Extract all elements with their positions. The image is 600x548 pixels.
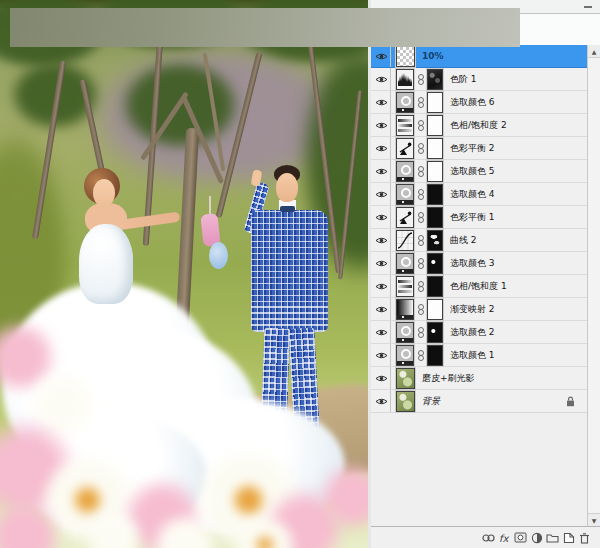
layer-row[interactable]: 选取颜色 1 [371, 344, 587, 367]
layer-mask-thumbnail[interactable] [427, 161, 443, 182]
levels-adjustment-icon[interactable] [396, 69, 414, 90]
slider-decor [397, 177, 413, 181]
layer-row[interactable]: 选取颜色 3 [371, 252, 587, 275]
decor [380, 353, 383, 356]
add-layer-mask-icon[interactable] [514, 531, 527, 545]
hue-saturation-adjustment-icon[interactable] [396, 276, 414, 297]
layer-mask-thumbnail[interactable] [427, 345, 443, 366]
layer-mask-thumbnail[interactable] [427, 230, 443, 251]
layer-mask-thumbnail[interactable] [427, 92, 443, 113]
selective-color-adjustment-icon[interactable] [396, 253, 414, 274]
visibility-eye-icon[interactable] [373, 229, 391, 251]
decor [418, 102, 424, 108]
layer-row[interactable]: 渐变映射 2 [371, 298, 587, 321]
layer-mask-thumbnail[interactable] [427, 253, 443, 274]
layer-row[interactable]: 选取颜色 6 [371, 91, 587, 114]
visibility-eye-icon[interactable] [373, 298, 391, 320]
decor [408, 211, 412, 215]
layer-row[interactable]: 色彩平衡 1 [371, 206, 587, 229]
decor [375, 374, 388, 383]
decor [375, 75, 388, 84]
visibility-eye-icon[interactable] [373, 68, 391, 90]
layer-mask-thumbnail[interactable] [427, 69, 443, 90]
layer-mask-thumbnail[interactable] [427, 184, 443, 205]
layers-panel: 10%色阶 1选取颜色 6色相/饱和度 2色彩平衡 2选取颜色 5选取颜色 4色… [368, 0, 600, 548]
layer-mask-thumbnail[interactable] [427, 207, 443, 228]
visibility-eye-icon[interactable] [373, 183, 391, 205]
visibility-eye-icon[interactable] [373, 275, 391, 297]
layer-row[interactable]: 曲线 2 [371, 229, 587, 252]
visibility-eye-icon[interactable] [373, 206, 391, 228]
layer-name: 色相/饱和度 2 [450, 119, 507, 132]
layer-mask-thumbnail[interactable] [427, 115, 443, 136]
layer-image-thumbnail[interactable] [396, 391, 415, 412]
layer-mask-thumbnail[interactable] [427, 322, 443, 343]
selective-color-adjustment-icon[interactable] [396, 184, 414, 205]
visibility-eye-icon[interactable] [373, 160, 391, 182]
visibility-eye-icon[interactable] [373, 390, 391, 412]
layer-row[interactable]: 色彩平衡 2 [371, 137, 587, 160]
slider-decor [397, 269, 413, 273]
visibility-eye-icon[interactable] [373, 137, 391, 159]
visibility-eye-icon[interactable] [373, 367, 391, 389]
selective-color-adjustment-icon[interactable] [396, 322, 414, 343]
decor [547, 535, 558, 542]
delete-layer-icon[interactable] [578, 531, 591, 545]
layer-row[interactable]: 选取颜色 5 [371, 160, 587, 183]
layer-row[interactable]: 10% [371, 45, 587, 68]
layer-row[interactable]: 色相/饱和度 1 [371, 275, 587, 298]
hue-saturation-adjustment-icon[interactable] [396, 115, 414, 136]
mask-link-icon [417, 350, 424, 361]
new-group-icon[interactable] [546, 531, 559, 545]
layer-row[interactable]: 磨皮+刷光影 [371, 367, 587, 390]
visibility-eye-icon[interactable] [373, 252, 391, 274]
selective-color-adjustment-icon[interactable] [396, 161, 414, 182]
layer-row[interactable]: 选取颜色 2 [371, 321, 587, 344]
mask-link-icon [417, 166, 424, 177]
visibility-eye-icon[interactable] [373, 114, 391, 136]
gradient-map-adjustment-icon[interactable] [396, 299, 414, 320]
selective-color-adjustment-icon[interactable] [396, 345, 414, 366]
layer-mask-thumbnail[interactable] [427, 276, 443, 297]
decor [418, 194, 424, 200]
curves-adjustment-icon[interactable] [396, 230, 414, 251]
visibility-eye-icon[interactable] [373, 91, 391, 113]
color-balance-adjustment-icon[interactable] [396, 138, 414, 159]
layer-image-thumbnail[interactable] [396, 368, 415, 389]
layer-name: 选取颜色 4 [450, 188, 495, 201]
link-layers-icon[interactable] [482, 531, 495, 545]
layer-row[interactable]: 选取颜色 4 [371, 183, 587, 206]
decor [380, 169, 383, 172]
visibility-eye-icon[interactable] [373, 344, 391, 366]
new-layer-icon[interactable] [562, 531, 575, 545]
scroll-down-arrow[interactable]: ▼ [588, 513, 600, 526]
layer-row[interactable]: 色阶 1 [371, 68, 587, 91]
slider-decor [397, 361, 413, 365]
scroll-up-arrow[interactable]: ▲ [588, 45, 600, 58]
layer-mask-thumbnail[interactable] [427, 299, 443, 320]
decor [375, 167, 388, 176]
visibility-eye-icon[interactable] [373, 321, 391, 343]
decor [546, 532, 559, 543]
layer-thumbnail-transparent[interactable] [396, 46, 415, 67]
selective-color-adjustment-icon[interactable] [396, 92, 414, 113]
layers-scrollbar[interactable]: ▲ ▼ [587, 45, 600, 526]
decor [380, 146, 383, 149]
wedding-dress-bodice [79, 224, 133, 304]
screenshot-stage: 10%色阶 1选取颜色 6色相/饱和度 2色彩平衡 2选取颜色 5选取颜色 4色… [0, 0, 600, 548]
decor [380, 100, 383, 103]
layer-row[interactable]: 色相/饱和度 2 [371, 114, 587, 137]
layer-mask-thumbnail[interactable] [427, 138, 443, 159]
layer-name: 选取颜色 6 [450, 96, 495, 109]
color-balance-adjustment-icon[interactable] [396, 207, 414, 228]
decor [531, 532, 543, 544]
decor [418, 171, 424, 177]
layer-style-fx-icon[interactable]: fx [498, 531, 511, 545]
visibility-eye-icon[interactable] [373, 45, 391, 67]
new-adjustment-layer-icon[interactable] [530, 531, 543, 545]
photo-canvas[interactable] [0, 0, 370, 548]
decor: fx [498, 532, 511, 544]
panel-collapse-dash[interactable] [584, 6, 592, 8]
mask-link-icon [417, 327, 424, 338]
layer-row[interactable]: 背景 [371, 390, 587, 413]
